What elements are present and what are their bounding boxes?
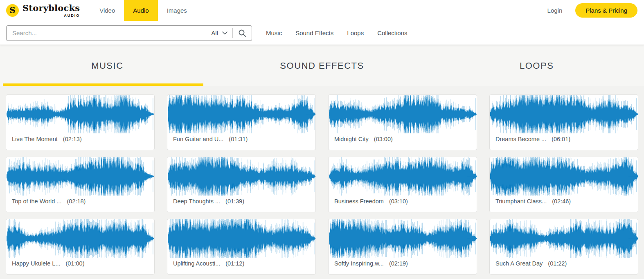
login-link[interactable]: Login	[547, 7, 563, 14]
track-duration: (01:39)	[225, 198, 244, 205]
storyblocks-logo[interactable]: S Storyblocks AUDIO	[0, 0, 80, 21]
active-tab-underline	[3, 83, 203, 86]
track-duration: (03:10)	[389, 198, 408, 205]
track-card[interactable]: Business Freedom (03:10)	[328, 157, 477, 212]
track-title: Uplifting Acousti...	[173, 260, 220, 267]
track-title: Happy Ukulele L...	[12, 260, 60, 267]
filter-selected-value: All	[211, 29, 218, 36]
tab-loops[interactable]: LOOPS	[429, 45, 644, 86]
track-meta: Uplifting Acousti... (01:12)	[167, 258, 315, 267]
waveform-image	[329, 95, 477, 133]
plans-pricing-button[interactable]: Plans & Pricing	[575, 3, 637, 18]
search-widget: All	[6, 25, 252, 41]
track-title: Such A Great Day	[495, 260, 543, 267]
track-duration: (01:31)	[229, 136, 248, 142]
waveform-image	[167, 95, 315, 133]
track-duration: (01:00)	[66, 260, 85, 267]
track-card[interactable]: Softly Inspiring.w... (02:19)	[328, 219, 477, 274]
track-duration: (06:01)	[552, 136, 570, 142]
track-meta: Softly Inspiring.w... (02:19)	[329, 258, 477, 267]
waveform-image	[6, 95, 154, 133]
waveform-image	[490, 157, 638, 196]
track-meta: Triumphant Class... (02:46)	[490, 196, 638, 205]
product-nav: Video Audio Images	[90, 0, 196, 21]
track-card[interactable]: Uplifting Acousti... (01:12)	[167, 219, 316, 274]
tab-music[interactable]: MUSIC	[0, 45, 215, 86]
track-card[interactable]: Midnight City (03:00)	[328, 94, 477, 150]
quicklink-sound-effects[interactable]: Sound Effects	[295, 29, 333, 36]
waveform-image	[329, 219, 477, 258]
track-card[interactable]: Fun Guitar and U... (01:31)	[167, 94, 316, 150]
track-meta: Top of the World ... (02:18)	[6, 196, 154, 205]
storyblocks-logo-icon: S	[6, 4, 19, 17]
brand-sub-label: AUDIO	[64, 14, 80, 18]
track-title: Live The Moment	[12, 136, 58, 142]
nav-item-images[interactable]: Images	[158, 0, 196, 21]
track-card[interactable]: Triumphant Class... (02:46)	[489, 157, 638, 212]
track-duration: (01:22)	[548, 260, 567, 267]
track-card[interactable]: Live The Moment (02:13)	[6, 94, 155, 150]
quicklink-loops[interactable]: Loops	[347, 29, 364, 36]
track-title: Fun Guitar and U...	[173, 136, 223, 142]
track-meta: Midnight City (03:00)	[329, 133, 477, 142]
track-card[interactable]: Top of the World ... (02:18)	[6, 157, 155, 212]
quicklink-collections[interactable]: Collections	[377, 29, 407, 36]
track-duration: (02:18)	[67, 198, 86, 205]
waveform-image	[6, 219, 154, 258]
waveform-image	[490, 95, 638, 133]
track-duration: (03:00)	[374, 136, 393, 142]
track-card[interactable]: Dreams Become ... (06:01)	[489, 94, 638, 150]
track-meta: Fun Guitar and U... (01:31)	[167, 133, 315, 142]
track-card[interactable]: Such A Great Day (01:22)	[489, 219, 638, 274]
track-title: Business Freedom	[334, 198, 384, 205]
waveform-image	[167, 219, 315, 258]
category-tabs: MUSIC SOUND EFFECTS LOOPS	[0, 45, 644, 86]
search-input[interactable]	[7, 29, 206, 36]
waveform-image	[490, 219, 638, 258]
track-duration: (01:12)	[225, 260, 244, 267]
search-row: All Music Sound Effects Loops Collection…	[0, 21, 644, 45]
track-duration: (02:19)	[389, 260, 408, 267]
track-grid: Live The Moment (02:13) Fun Guitar and U…	[0, 86, 644, 274]
top-navbar: S Storyblocks AUDIO Video Audio Images L…	[0, 0, 644, 21]
chevron-down-icon	[222, 32, 227, 35]
track-meta: Dreams Become ... (06:01)	[490, 133, 638, 142]
track-meta: Live The Moment (02:13)	[6, 133, 154, 142]
track-title: Top of the World ...	[12, 198, 61, 205]
waveform-image	[329, 157, 477, 196]
nav-item-audio[interactable]: Audio	[124, 0, 158, 21]
search-button[interactable]	[233, 26, 252, 40]
audio-quicklinks: Music Sound Effects Loops Collections	[266, 29, 408, 36]
waveform-image	[167, 157, 315, 196]
track-title: Dreams Become ...	[495, 136, 546, 142]
nav-item-video[interactable]: Video	[90, 0, 124, 21]
track-card[interactable]: Happy Ukulele L... (01:00)	[6, 219, 155, 274]
track-meta: Business Freedom (03:10)	[329, 196, 477, 205]
track-title: Triumphant Class...	[495, 198, 547, 205]
track-title: Midnight City	[334, 136, 369, 142]
waveform-image	[6, 157, 154, 196]
tab-sound-effects[interactable]: SOUND EFFECTS	[215, 45, 430, 86]
search-icon	[238, 29, 246, 37]
brand-name: Storyblocks	[23, 3, 80, 13]
track-meta: Such A Great Day (01:22)	[490, 258, 638, 267]
track-meta: Happy Ukulele L... (01:00)	[6, 258, 154, 267]
track-card[interactable]: Deep Thoughts ... (01:39)	[167, 157, 316, 212]
track-duration: (02:46)	[552, 198, 571, 205]
track-title: Softly Inspiring.w...	[334, 260, 384, 267]
track-meta: Deep Thoughts ... (01:39)	[167, 196, 315, 205]
filter-dropdown[interactable]: All	[206, 29, 232, 36]
track-duration: (02:13)	[63, 136, 82, 142]
track-title: Deep Thoughts ...	[173, 198, 220, 205]
quicklink-music[interactable]: Music	[266, 29, 282, 36]
